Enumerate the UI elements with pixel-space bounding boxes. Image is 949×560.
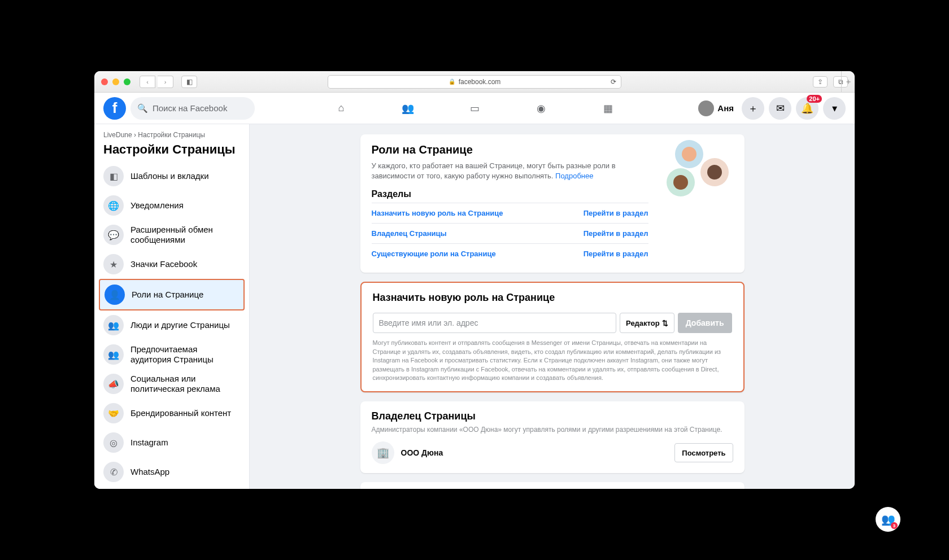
address-bar[interactable]: 🔒 facebook.com ⟳ — [328, 75, 621, 89]
section-row: Владелец Страницы Перейти в раздел — [372, 223, 648, 243]
browser-chrome: ‹ › ◧ 🔒 facebook.com ⟳ ⇪ ⧉ ＋ — [94, 71, 855, 93]
sidebar-item-label: Расширенный обмен сообщениями — [130, 225, 240, 245]
sidebar-item[interactable]: ◎ Instagram — [99, 428, 245, 457]
new-tab-button[interactable]: ＋ — [841, 71, 855, 93]
create-button[interactable]: ＋ — [742, 97, 764, 120]
watch-icon: ▭ — [470, 102, 480, 115]
back-button[interactable]: ‹ — [140, 76, 155, 88]
messenger-icon: ✉ — [776, 102, 785, 115]
nav-watch[interactable]: ▭ — [443, 95, 506, 122]
sidebar-item-label: Социальная или политическая реклама — [130, 374, 240, 394]
sidebar-item-icon: 🤝 — [103, 403, 124, 423]
bell-icon: 🔔 — [801, 102, 813, 115]
sidebar-item-label: Instagram — [130, 438, 168, 448]
user-profile-chip[interactable]: Аня — [696, 98, 737, 119]
card-desc: У каждого, кто работает на вашей Страниц… — [372, 161, 648, 181]
sidebar-item-icon: 💬 — [103, 225, 124, 245]
sidebar-item-icon: ◧ — [103, 166, 124, 186]
sidebar-item-icon: 🌐 — [103, 195, 124, 216]
sidebar-item[interactable]: 👤 Роли на Странице — [99, 279, 245, 310]
avatar — [698, 100, 714, 116]
sidebar-item[interactable]: ✆ WhatsApp — [99, 457, 245, 483]
role-description: Могут публиковать контент и отправлять с… — [373, 339, 732, 382]
sidebar-item-label: Значки Facebook — [130, 259, 197, 269]
sidebar-item-icon: ★ — [103, 254, 124, 274]
section-row: Назначить новую роль на Странице Перейти… — [372, 203, 648, 223]
avatars-illustration — [661, 140, 734, 191]
sections-heading: Разделы — [372, 189, 648, 199]
sidebar-item-label: Брендированный контент — [130, 408, 231, 418]
sidebar-item[interactable]: 🌐 Уведомления — [99, 191, 245, 220]
chevron-down-icon: ▾ — [832, 102, 837, 115]
forward-button[interactable]: › — [158, 76, 173, 88]
search-input[interactable]: 🔍 Поиск на Facebook — [130, 97, 255, 120]
nav-gaming[interactable]: ▦ — [577, 95, 639, 122]
fb-header: f 🔍 Поиск на Facebook ⌂ 👥 ▭ ◉ ▦ Аня ＋ ✉ — [94, 93, 855, 124]
maximize-window-button[interactable] — [124, 78, 130, 85]
section-label[interactable]: Существующие роли на Странице — [372, 250, 496, 258]
center-nav: ⌂ 👥 ▭ ◉ ▦ — [310, 95, 639, 122]
sidebar-item[interactable]: 👥 Предпочитаемая аудитория Страницы — [99, 340, 245, 369]
home-icon: ⌂ — [338, 102, 345, 114]
lock-icon: 🔒 — [449, 78, 455, 85]
close-window-button[interactable] — [101, 78, 108, 85]
nav-home[interactable]: ⌂ — [310, 95, 372, 122]
friends-icon: 👥 — [402, 102, 414, 115]
sidebar-item-icon: 👤 — [105, 285, 125, 305]
role-select[interactable]: Редактор ⇅ — [620, 313, 674, 333]
settings-sidebar: LiveDune › Настройки Страницы Настройки … — [94, 124, 250, 489]
assign-title: Назначить новую роль на Странице — [373, 292, 732, 304]
gaming-icon: ▦ — [603, 102, 613, 115]
reload-icon[interactable]: ⟳ — [611, 78, 616, 86]
section-row: Существующие роли на Странице Перейти в … — [372, 243, 648, 264]
sidebar-item[interactable]: 💬 Расширенный обмен сообщениями — [99, 220, 245, 250]
sidebar-item[interactable]: 👥 Люди и другие Страницы — [99, 310, 245, 340]
add-button[interactable]: Добавить — [678, 313, 732, 333]
sidebar-item-label: Предпочитаемая аудитория Страницы — [130, 344, 240, 365]
sidebar-item[interactable]: 🤝 Брендированный контент — [99, 399, 245, 428]
fb-logo[interactable]: f — [103, 97, 126, 120]
user-name: Аня — [717, 103, 734, 113]
owner-title: Владелец Страницы — [372, 410, 733, 422]
account-menu-button[interactable]: ▾ — [823, 97, 846, 120]
url-text: facebook.com — [459, 78, 501, 86]
section-link[interactable]: Перейти в раздел — [584, 209, 648, 217]
sidebar-item-label: Уведомления — [130, 200, 184, 211]
sidebar-item-icon: 📣 — [103, 374, 124, 394]
sidebar-item-icon: ◎ — [103, 432, 124, 453]
view-owner-button[interactable]: Посмотреть — [674, 443, 733, 462]
sidebar-item[interactable]: 📣 Социальная или политическая реклама — [99, 369, 245, 399]
section-link[interactable]: Перейти в раздел — [584, 250, 648, 258]
sidebar-toggle-button[interactable]: ◧ — [181, 76, 197, 88]
notifications-button[interactable]: 🔔 20+ — [796, 97, 819, 120]
name-email-input[interactable]: Введите имя или эл. адрес — [373, 313, 617, 333]
section-link[interactable]: Перейти в раздел — [584, 229, 648, 238]
card-title: Роли на Странице — [372, 143, 648, 156]
org-icon: 🏢 — [372, 441, 394, 464]
messenger-button[interactable]: ✉ — [769, 97, 791, 120]
minimize-window-button[interactable] — [112, 78, 119, 85]
breadcrumb[interactable]: LiveDune › Настройки Страницы — [99, 130, 245, 140]
sidebar-item-label: Роли на Странице — [132, 290, 203, 300]
roles-overview-card: Роли на Странице У каждого, кто работает… — [360, 134, 745, 273]
assign-role-card: Назначить новую роль на Странице Введите… — [360, 282, 745, 392]
sidebar-item-label: WhatsApp — [130, 467, 169, 477]
group-fab[interactable]: 👥 3 — [876, 507, 900, 532]
section-label[interactable]: Назначить новую роль на Странице — [372, 209, 503, 217]
sidebar-item[interactable]: ★ Значки Facebook — [99, 250, 245, 279]
fab-badge: 3 — [891, 522, 898, 529]
org-name: ООО Дюна — [401, 448, 443, 457]
sidebar-item[interactable]: ◧ Шаблоны и вкладки — [99, 161, 245, 191]
sidebar-item-label: Шаблоны и вкладки — [130, 171, 209, 181]
sidebar-item-icon: ✆ — [103, 462, 124, 482]
share-button[interactable]: ⇪ — [813, 76, 828, 88]
updown-icon: ⇅ — [662, 319, 668, 327]
section-label[interactable]: Владелец Страницы — [372, 229, 447, 238]
learn-more-link[interactable]: Подробнее — [555, 172, 593, 180]
owner-sub: Администраторы компании «ООО Дюна» могут… — [372, 426, 733, 434]
existing-roles-card: Существующие роли на Странице — [360, 482, 745, 489]
sidebar-item-label: Люди и другие Страницы — [130, 320, 230, 330]
nav-groups[interactable]: ◉ — [510, 95, 572, 122]
nav-friends[interactable]: 👥 — [377, 95, 439, 122]
page-title: Настройки Страницы — [99, 140, 245, 161]
